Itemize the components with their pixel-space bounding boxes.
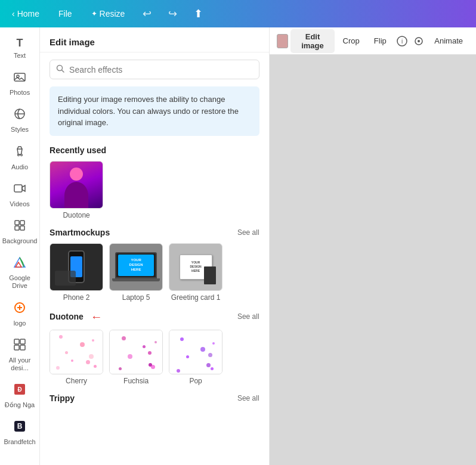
greeting-card1-thumbnail: YOURDESIGNHERE: [169, 243, 222, 291]
edit-panel: Edit image Editing your image removes th…: [40, 27, 270, 465]
svg-point-4: [21, 154, 23, 156]
search-bar[interactable]: [50, 60, 259, 79]
duotone-grid: Cherry: [50, 330, 259, 385]
styles-icon: [13, 107, 26, 123]
search-icon: [56, 64, 64, 75]
resize-button[interactable]: ✦ Resize: [86, 7, 130, 21]
phone2-thumbnail: [50, 243, 103, 291]
effect-item-laptop5[interactable]: YOURDESIGNHERE Laptop 5: [109, 243, 163, 302]
photos-icon: [13, 70, 26, 86]
top-nav: ‹ Home File ✦ Resize ↩ ↪ ⬆: [0, 0, 476, 27]
svg-rect-7: [20, 221, 24, 225]
svg-text:Đ: Đ: [17, 386, 21, 393]
svg-text:i: i: [401, 38, 403, 45]
brandfetch-icon: B: [13, 420, 26, 436]
sidebar-item-videos[interactable]: Videos: [1, 177, 39, 213]
chevron-left-icon: ‹: [12, 9, 15, 18]
upload-button[interactable]: ⬆: [190, 5, 206, 23]
dong-nga-icon: Đ: [13, 383, 26, 399]
redo-button[interactable]: ↪: [165, 5, 181, 23]
sidebar-item-photos[interactable]: Photos: [1, 66, 39, 101]
sidebar-item-logo[interactable]: logo: [1, 296, 39, 332]
background-icon: [13, 219, 26, 235]
svg-rect-17: [20, 345, 25, 350]
svg-rect-14: [14, 339, 19, 344]
canvas-toolbar: Edit image Crop Flip i Animate: [270, 27, 476, 55]
laptop5-thumbnail: YOURDESIGNHERE: [109, 243, 163, 291]
svg-text:B: B: [17, 422, 23, 430]
google-drive-icon: [13, 256, 26, 272]
trippy-header: Trippy See all: [50, 393, 259, 403]
effect-item-greeting-card1[interactable]: YOURDESIGNHERE Greeting card 1: [169, 243, 222, 302]
pop-thumbnail: [169, 330, 222, 374]
canvas-background: [270, 55, 476, 465]
svg-point-26: [418, 40, 420, 42]
text-icon: T: [17, 37, 23, 49]
sidebar-item-google-drive[interactable]: Google Drive: [1, 251, 39, 294]
logo-icon: [13, 301, 26, 317]
color-swatch[interactable]: [277, 34, 289, 48]
crop-button[interactable]: Crop: [337, 33, 366, 48]
sidebar-item-dong-nga[interactable]: Đ Đồng Nga: [1, 378, 39, 414]
trippy-see-all[interactable]: See all: [237, 394, 259, 402]
sidebar-item-styles[interactable]: Styles: [1, 103, 39, 138]
smartmockups-header: Smartmockups See all: [50, 228, 259, 237]
red-arrow-annotation: ←: [91, 310, 103, 324]
fuchsia-thumbnail: [109, 330, 163, 374]
cherry-thumbnail: [50, 330, 103, 374]
undo-button[interactable]: ↩: [139, 5, 155, 23]
edit-image-button[interactable]: Edit image: [290, 29, 334, 53]
duotone-item-cherry[interactable]: Cherry: [50, 330, 103, 385]
panel-content: Editing your image removes the ability t…: [40, 52, 269, 465]
file-button[interactable]: File: [54, 7, 77, 21]
effect-item-phone2[interactable]: Phone 2: [50, 243, 103, 302]
duotone-item-fuchsia[interactable]: Fuchsia: [109, 330, 163, 385]
panel-title: Edit image: [40, 27, 269, 52]
animate-button[interactable]: Animate: [428, 33, 469, 48]
duotone-see-all[interactable]: See all: [237, 312, 259, 321]
duotone-item-pop[interactable]: Pop: [169, 330, 222, 385]
audio-icon: [13, 145, 26, 161]
sidebar: T Text Photos Styles: [0, 27, 40, 465]
sidebar-item-audio[interactable]: Audio: [1, 140, 39, 176]
search-input[interactable]: [69, 65, 253, 75]
main-layout: T Text Photos Styles: [0, 27, 476, 465]
canvas-area: Edit image Crop Flip i Animate: [270, 27, 476, 465]
info-button[interactable]: i: [395, 32, 409, 50]
sidebar-item-background[interactable]: Background: [1, 214, 39, 250]
svg-rect-16: [14, 345, 19, 350]
home-button[interactable]: ‹ Home: [7, 7, 44, 21]
sidebar-item-all-designs[interactable]: All your desi...: [1, 333, 39, 377]
recently-used-header: Recently used: [50, 145, 259, 155]
animate-button-icon[interactable]: [412, 32, 426, 50]
flip-button[interactable]: Flip: [368, 33, 392, 48]
svg-rect-9: [20, 226, 24, 230]
duotone-thumbnail: [50, 161, 103, 209]
videos-icon: [13, 182, 26, 198]
sidebar-item-brandfetch[interactable]: B Brandfetch: [1, 415, 39, 451]
smartmockups-grid: Phone 2 YOURDESIGNHERE: [50, 243, 259, 302]
duotone-header: Duotone ← See all: [50, 310, 259, 324]
sidebar-item-text[interactable]: T Text: [1, 32, 39, 64]
svg-rect-15: [20, 339, 25, 344]
smartmockups-see-all[interactable]: See all: [237, 228, 259, 237]
svg-rect-6: [15, 221, 19, 225]
effect-item-duotone[interactable]: Duotone: [50, 161, 103, 219]
svg-rect-5: [14, 185, 22, 192]
recently-used-grid: Duotone: [50, 161, 259, 219]
info-box: Editing your image removes the ability t…: [50, 86, 259, 136]
all-designs-icon: [13, 338, 26, 354]
svg-rect-8: [15, 226, 19, 230]
svg-point-3: [18, 154, 20, 156]
